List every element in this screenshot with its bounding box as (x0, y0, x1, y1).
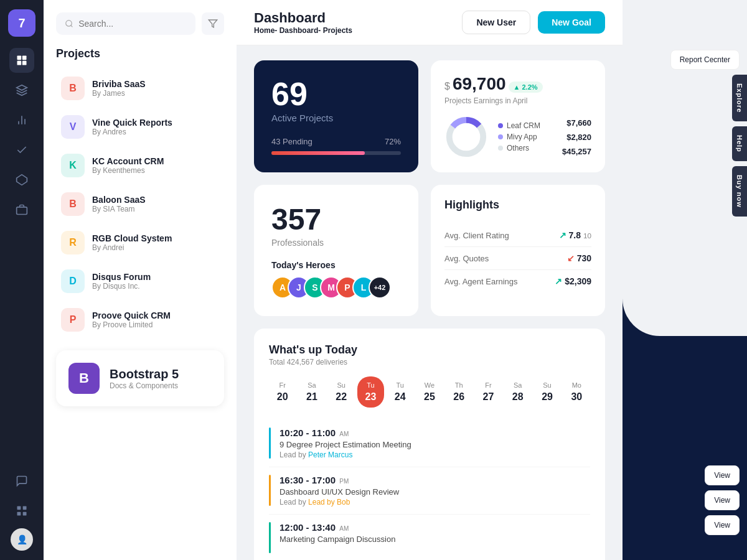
project-item[interactable]: V Vine Quick Reports By Andres (56, 109, 224, 145)
view-button-3[interactable]: View (705, 515, 740, 535)
project-icon: B (61, 192, 85, 216)
svg-rect-10 (17, 506, 21, 510)
stats-card: 357 Professionals Today's Heroes AJSMPL+… (254, 185, 418, 316)
calendar-day[interactable]: Su29 (533, 376, 560, 408)
legend-amount: $2,820 (562, 133, 591, 142)
day-name: Su (337, 381, 345, 389)
dashboard-content: 69 Active Projects 43 Pending 72% $ 69,7… (237, 45, 622, 560)
project-info: RGB Cloud System By Andrei (92, 233, 172, 252)
right-sidebar: Report Cecnter View View View Explore He… (622, 0, 747, 560)
project-icon: R (61, 231, 85, 254)
view-button-2[interactable]: View (705, 490, 740, 510)
bootstrap-title: Bootstrap 5 (110, 367, 179, 381)
day-num: 24 (395, 391, 406, 403)
day-name: Th (455, 381, 463, 389)
project-item[interactable]: K KC Account CRM By Keenthemes (56, 147, 224, 184)
explore-tab[interactable]: Explore (732, 75, 747, 121)
project-item[interactable]: B Baloon SaaS By SIA Team (56, 186, 224, 222)
event-name: Marketing Campaign Discussion (280, 534, 395, 544)
projects-list: B Briviba SaaS By James V Vine Quick Rep… (56, 70, 224, 338)
view-button-1[interactable]: View (705, 465, 740, 485)
hero-avatar-more: +42 (369, 276, 391, 299)
project-icon: P (61, 308, 85, 332)
calendar-day[interactable]: We25 (416, 376, 443, 408)
svg-rect-1 (22, 56, 27, 60)
legend: Leaf CRMMivy AppOthers (498, 121, 552, 152)
legend-name: Leaf CRM (507, 121, 540, 130)
sidebar-icon-briefcase[interactable] (9, 197, 34, 222)
calendar-day[interactable]: Mo30 (563, 376, 590, 408)
top-bar-right: New User New Goal (462, 11, 605, 34)
svg-rect-13 (23, 512, 27, 516)
project-item[interactable]: R RGB Cloud System By Andrei (56, 225, 224, 261)
sidebar-bottom: 👤 (9, 469, 34, 551)
sidebar-icon-stack[interactable] (9, 167, 34, 192)
calendar-day[interactable]: Su22 (328, 376, 355, 408)
day-name: Sa (308, 381, 316, 389)
buy-now-tab[interactable]: Buy now (732, 166, 747, 217)
project-by: By James (92, 89, 146, 98)
day-name: Tu (367, 381, 374, 389)
calendar-day[interactable]: Sa21 (298, 376, 325, 408)
calendar-day[interactable]: Tu24 (387, 376, 413, 408)
day-num: 28 (512, 391, 524, 403)
new-user-button[interactable]: New User (462, 11, 530, 34)
projects-header (56, 12, 224, 35)
bootstrap-subtitle: Docs & Components (110, 381, 179, 390)
sidebar-icon-layers[interactable] (9, 78, 34, 103)
legend-name: Mivy App (507, 133, 537, 141)
highlight-val: ↗ 7.8 10 (559, 230, 591, 240)
pending-row: 43 Pending 72% (271, 137, 401, 155)
day-name: Fr (279, 381, 285, 389)
svg-point-14 (66, 21, 72, 26)
day-num: 22 (336, 391, 347, 403)
project-item[interactable]: P Proove Quick CRM By Proove Limited (56, 302, 224, 338)
filter-button[interactable] (202, 12, 224, 35)
highlight-key: Avg. Agent Earnings (444, 277, 518, 286)
calendar-day[interactable]: Sa28 (504, 376, 531, 408)
event-person-link[interactable]: Lead by Bob (308, 498, 350, 506)
day-num: 25 (424, 391, 435, 403)
event-person-link[interactable]: Peter Marcus (308, 450, 352, 459)
project-name: RGB Cloud System (92, 233, 172, 243)
search-bar[interactable] (56, 12, 195, 35)
event-ampm: AM (339, 431, 349, 437)
calendar-day[interactable]: Fr20 (269, 376, 296, 408)
event-item: 12:00 - 13:40 AM Marketing Campaign Disc… (269, 515, 590, 560)
day-name: Fr (485, 381, 491, 389)
project-name: KC Account CRM (92, 156, 164, 166)
event-name: Dashboard UI/UX Design Review (280, 487, 399, 497)
sidebar-icon-grid[interactable] (9, 48, 34, 73)
new-goal-button[interactable]: New Goal (538, 11, 605, 34)
sidebar-icon-message[interactable] (9, 469, 34, 493)
calendar-day[interactable]: Tu23 (357, 376, 384, 408)
project-item[interactable]: D Disqus Forum By Disqus Inc. (56, 263, 224, 299)
project-by: By Disqus Inc. (92, 282, 151, 291)
pending-label: 43 Pending 72% (271, 137, 401, 146)
day-name: Mo (572, 381, 581, 389)
day-name: Su (543, 381, 551, 389)
event-line (269, 427, 271, 459)
project-item[interactable]: B Briviba SaaS By James (56, 70, 224, 106)
help-tab[interactable]: Help (732, 126, 747, 161)
calendar-day[interactable]: Th26 (446, 376, 472, 408)
project-by: By SIA Team (92, 205, 146, 213)
svg-marker-8 (17, 175, 27, 185)
project-info: KC Account CRM By Keenthemes (92, 156, 164, 175)
legend-name: Others (507, 144, 529, 152)
row-1: 69 Active Projects 43 Pending 72% $ 69,7… (254, 60, 605, 172)
search-input[interactable] (78, 19, 187, 29)
sidebar-icon-grid2[interactable] (9, 498, 34, 523)
active-projects-number: 69 (271, 78, 401, 110)
day-name: Sa (514, 381, 522, 389)
active-projects-label: Active Projects (271, 113, 401, 123)
highlight-item: Avg. Client Rating ↗ 7.8 10 (444, 224, 591, 247)
day-num: 21 (306, 391, 317, 403)
sidebar-icon-chart[interactable] (9, 108, 34, 133)
svg-rect-9 (17, 207, 27, 215)
sidebar-avatar: 7 (8, 9, 35, 37)
calendar-day[interactable]: Fr27 (475, 376, 502, 408)
report-center-button[interactable]: Report Cecnter (670, 50, 740, 70)
sidebar-icon-check[interactable] (9, 138, 34, 162)
sidebar-user-avatar[interactable]: 👤 (11, 528, 33, 551)
